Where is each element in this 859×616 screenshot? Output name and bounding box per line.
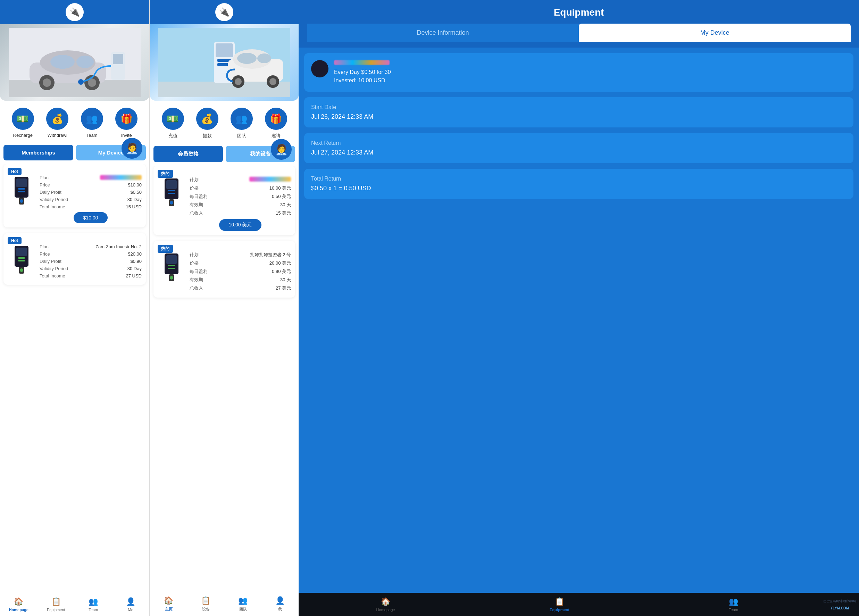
product2-price-value: $20.00 xyxy=(128,252,142,256)
nav-me-2[interactable]: 👤 我 xyxy=(261,595,298,613)
memberships-tab-2[interactable]: 会员资格 xyxy=(153,146,223,162)
product1-income-value: 15 USD xyxy=(126,204,142,210)
panel2-avatar: 🧑‍💼 xyxy=(271,139,292,160)
svg-rect-28 xyxy=(216,44,233,57)
panel1-tabs-container: Memberships My Device 🧑‍💼 xyxy=(0,145,149,164)
product-cn1-details: 计划 价格 10.00 美元 每日盈利 0.50 美元 有效期 30 天 总收入 xyxy=(190,170,291,231)
product2-profit-row: Daily Profit $0.90 xyxy=(40,259,142,264)
nav-homepage-1[interactable]: 🏠 Homepage xyxy=(0,596,37,613)
product1-plan-value xyxy=(100,175,142,180)
invite-action[interactable]: 🎁 Invite xyxy=(115,108,137,138)
panel1-bottom-nav: 🏠 Homepage 📋 Equipment 👥 Team 👤 Me xyxy=(0,593,149,616)
product-cn2-details: 计划 扎姆扎姆投资者 2 号 价格 20.00 美元 每日盈利 0.90 美元 … xyxy=(190,245,291,294)
homepage-label-1: Homepage xyxy=(9,608,28,612)
nav-team-2[interactable]: 👥 团队 xyxy=(224,595,261,613)
svg-point-50 xyxy=(170,276,173,280)
panel2-tabs-container: 会员资格 我的设备 🧑‍💼 xyxy=(150,146,298,166)
product-cn2-income-label: 总收入 xyxy=(190,285,203,291)
product-cn2-plan-row: 计划 扎姆扎姆投资者 2 号 xyxy=(190,252,291,258)
homepage-icon-3: 🏠 xyxy=(381,597,390,606)
svg-point-44 xyxy=(170,201,173,205)
svg-rect-21 xyxy=(18,257,25,259)
svg-rect-47 xyxy=(168,265,175,266)
withdrawl-action-2[interactable]: 💰 提款 xyxy=(196,108,219,139)
nav-equipment-3[interactable]: 📋 Equipment xyxy=(473,596,647,613)
equipment-label-1: Equipment xyxy=(47,608,65,612)
next-return-value: Jul 27, 2024 12:33 AM xyxy=(311,149,847,156)
homepage-icon-1: 🏠 xyxy=(14,597,23,606)
product2-income-label: Total Income xyxy=(40,273,65,278)
team-icon: 👥 xyxy=(81,108,103,130)
product2-plan-value: Zam Zam Investr No. 2 xyxy=(95,244,142,249)
hot-badge-cn-2: 热的 xyxy=(158,245,173,253)
product1-buy-btn[interactable]: $10.00 xyxy=(73,212,108,223)
product1-details: Plan Price $10.00 Daily Profit $0.50 Val… xyxy=(40,168,142,223)
product-cn2-validity-value: 30 天 xyxy=(280,277,291,283)
recharge-action[interactable]: 💵 Recharge xyxy=(12,108,34,138)
svg-point-34 xyxy=(257,53,271,63)
product1-plan-label: Plan xyxy=(40,175,48,180)
svg-point-36 xyxy=(235,78,242,85)
nav-equipment-1[interactable]: 📋 Equipment xyxy=(37,596,75,613)
team-nav-icon-1: 👥 xyxy=(89,597,98,606)
charger-svg-cn-2 xyxy=(159,252,184,283)
product1-profit-value: $0.50 xyxy=(130,189,142,195)
product-cn2-plan-value: 扎姆扎姆投资者 2 号 xyxy=(250,252,291,258)
team-action-2[interactable]: 👥 团队 xyxy=(231,108,253,139)
panel-equipment: Equipment Device Information My Device E… xyxy=(298,0,859,616)
recharge-action-2[interactable]: 💵 充值 xyxy=(162,108,184,139)
invite-action-2[interactable]: 🎁 邀请 xyxy=(265,108,287,139)
product1-validity-row: Validity Period 30 Day xyxy=(40,197,142,202)
product1-plan-row: Plan xyxy=(40,175,142,180)
product1-validity-value: 30 Day xyxy=(127,197,142,202)
nav-equipment-2[interactable]: 📋 设备 xyxy=(187,595,224,613)
svg-rect-42 xyxy=(168,193,175,194)
next-return-card: Next Return Jul 27, 2024 12:33 AM xyxy=(304,133,853,163)
svg-point-33 xyxy=(237,53,256,64)
nav-team-3[interactable]: 👥 Team xyxy=(647,596,820,613)
product1-income-label: Total Income xyxy=(40,204,65,210)
panel2-logo: 🔌 xyxy=(215,3,233,21)
equipment-icon-1: 📋 xyxy=(52,597,61,606)
product1-income-row: Total Income 15 USD xyxy=(40,204,142,210)
nav-homepage-2[interactable]: 🏠 主页 xyxy=(150,595,187,613)
panel1-header: 🔌 xyxy=(0,0,149,24)
nav-team-1[interactable]: 👥 Team xyxy=(75,596,112,613)
me-label-1: Me xyxy=(128,608,133,612)
product-cn1-profit-label: 每日盈利 xyxy=(190,194,208,200)
homepage-label-2: 主页 xyxy=(165,607,173,612)
memberships-tab[interactable]: Memberships xyxy=(3,145,73,160)
team-label-2: 团队 xyxy=(237,133,246,139)
product1-profit-row: Daily Profit $0.50 xyxy=(40,189,142,195)
product1-price-value: $10.00 xyxy=(128,182,142,188)
product-card-2: Hot Plan Zam Zam Investr No. 2 xyxy=(3,233,146,285)
charger-icon-2 xyxy=(9,244,34,278)
team-action[interactable]: 👥 Team xyxy=(81,108,103,138)
product-cn1-buy-btn[interactable]: 10.00 美元 xyxy=(219,219,262,231)
nav-me-1[interactable]: 👤 Me xyxy=(112,596,150,613)
product-cn1-validity-row: 有效期 30 天 xyxy=(190,202,291,208)
panel1-logo: 🔌 xyxy=(66,3,84,21)
team-label: Team xyxy=(86,133,98,138)
withdrawl-action[interactable]: 💰 Withdrawl xyxy=(46,108,69,138)
product2-validity-row: Validity Period 30 Day xyxy=(40,266,142,271)
car-charger-illustration xyxy=(9,28,141,97)
svg-rect-40 xyxy=(166,180,177,189)
svg-point-5 xyxy=(77,56,94,68)
my-device-tab-eq[interactable]: My Device xyxy=(579,23,851,42)
device-info-tab[interactable]: Device Information xyxy=(307,23,579,42)
svg-rect-48 xyxy=(168,268,175,269)
svg-point-38 xyxy=(269,78,276,85)
homepage-label-3: Homepage xyxy=(376,608,395,612)
panel1-action-icons: 💵 Recharge 💰 Withdrawl 👥 Team 🎁 Invite xyxy=(0,101,149,145)
product2-price-row: Price $20.00 xyxy=(40,252,142,256)
panel1-hero xyxy=(0,24,149,101)
recharge-label: Recharge xyxy=(13,133,33,138)
withdrawl-label-2: 提款 xyxy=(203,133,212,139)
svg-point-18 xyxy=(20,199,23,203)
me-label-2: 我 xyxy=(278,607,282,612)
nav-homepage-3[interactable]: 🏠 Homepage xyxy=(298,596,473,613)
charger-svg-1 xyxy=(9,175,34,206)
svg-point-12 xyxy=(78,79,84,85)
invite-icon-2: 🎁 xyxy=(265,108,287,130)
